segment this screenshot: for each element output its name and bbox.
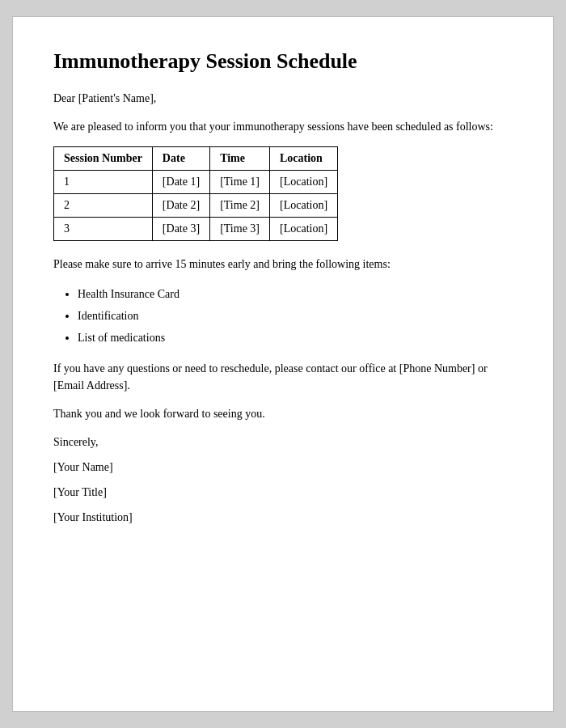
table-row: 3 [Date 3] [Time 3] [Location] — [54, 218, 338, 241]
row3-time: [Time 3] — [210, 218, 270, 241]
row2-session: 2 — [54, 194, 153, 218]
sincerely-text: Sincerely, — [53, 434, 513, 451]
schedule-table: Session Number Date Time Location 1 [Dat… — [53, 146, 338, 241]
row3-location: [Location] — [270, 218, 338, 241]
row1-session: 1 — [54, 171, 153, 194]
intro-paragraph: We are pleased to inform you that your i… — [53, 118, 513, 135]
items-list: Health Insurance Card Identification Lis… — [78, 284, 513, 349]
contact-paragraph: If you have any questions or need to res… — [53, 360, 513, 394]
col-header-time: Time — [210, 147, 270, 171]
your-name: [Your Name] — [53, 459, 513, 476]
list-item: Identification — [78, 306, 513, 326]
row1-location: [Location] — [270, 171, 338, 194]
list-item: Health Insurance Card — [78, 284, 513, 304]
list-item: List of medications — [78, 328, 513, 348]
col-header-location: Location — [270, 147, 338, 171]
instructions-text: Please make sure to arrive 15 minutes ea… — [53, 256, 513, 273]
table-row: 2 [Date 2] [Time 2] [Location] — [54, 194, 338, 218]
document-page: Immunotherapy Session Schedule Dear [Pat… — [12, 16, 554, 712]
table-row: 1 [Date 1] [Time 1] [Location] — [54, 171, 338, 194]
row3-date: [Date 3] — [152, 218, 209, 241]
closing-text: Thank you and we look forward to seeing … — [53, 405, 513, 422]
row1-date: [Date 1] — [152, 171, 209, 194]
document-title: Immunotherapy Session Schedule — [53, 49, 513, 74]
row2-date: [Date 2] — [152, 194, 209, 218]
salutation: Dear [Patient's Name], — [53, 90, 513, 107]
col-header-date: Date — [152, 147, 209, 171]
row2-location: [Location] — [270, 194, 338, 218]
your-institution: [Your Institution] — [53, 509, 513, 526]
your-title: [Your Title] — [53, 484, 513, 501]
col-header-session: Session Number — [54, 147, 153, 171]
row2-time: [Time 2] — [210, 194, 270, 218]
row1-time: [Time 1] — [210, 171, 270, 194]
signature-block: Sincerely, [Your Name] [Your Title] [You… — [53, 434, 513, 526]
row3-session: 3 — [54, 218, 153, 241]
